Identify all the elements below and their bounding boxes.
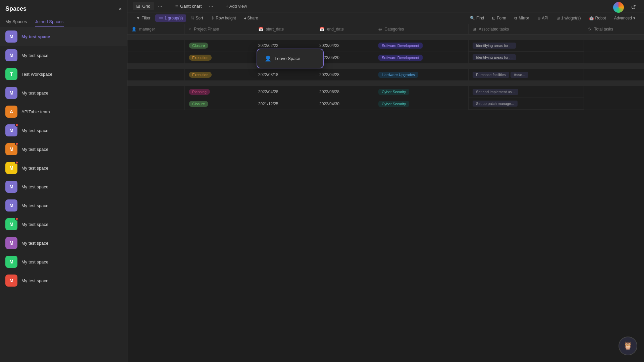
sidebar-item-10[interactable]: M My test space ⋯ — [0, 196, 127, 215]
tab-my-spaces[interactable]: My Spaces — [5, 16, 27, 27]
gantt-tab-options[interactable]: ⋯ — [208, 3, 215, 9]
space-name-label: My test space — [21, 90, 48, 96]
cell-manager — [127, 52, 185, 63]
grid-tab-options[interactable]: ⋯ — [157, 3, 164, 9]
find-button[interactable]: 🔍 Find — [467, 14, 487, 22]
sidebar-item-12[interactable]: M My test space ⋯ — [0, 234, 127, 252]
filter-button[interactable]: ▼ Filter — [133, 14, 154, 22]
col-total-tasks[interactable]: fx Total tasks — [584, 24, 644, 35]
gantt-icon: ≡ — [175, 3, 178, 9]
sort-button[interactable]: ⇅ Sort — [187, 14, 206, 22]
phase-badge: Closure — [189, 43, 208, 49]
sidebar-item-5[interactable]: A APITable team ⋯ — [0, 102, 127, 121]
sidebar-close-button[interactable]: × — [119, 6, 122, 12]
space-avatar: M — [5, 181, 17, 193]
cell-category: Software Development — [374, 52, 469, 63]
table-row[interactable]: Closure 2022/02/22 2022/04/22 Software D… — [127, 40, 644, 52]
sidebar-item-8[interactable]: M My test space ⋯ — [0, 159, 127, 177]
cell-end-date: 2022/04/28 — [315, 69, 374, 81]
sidebar-item-14[interactable]: M My test space ⋯ — [0, 271, 127, 290]
sidebar-item-3[interactable]: T Test Workspace ⋯ — [0, 65, 127, 83]
col-categories[interactable]: ◎ Categories — [374, 24, 469, 35]
space-name-label: My test space — [21, 128, 48, 133]
assoc-badge-2: Asse... — [511, 72, 529, 78]
category-badge: Hardware Upgrades — [378, 72, 418, 78]
cell-end-date: 2022/04/30 — [315, 98, 374, 110]
sidebar-item-6[interactable]: M My test space ⋯ — [0, 121, 127, 140]
widget-icon: ⊞ — [556, 16, 560, 20]
api-button[interactable]: ⊕ API — [534, 14, 552, 22]
row-height-button[interactable]: ⇕ Row height — [208, 14, 239, 22]
grid-icon: ⊞ — [136, 3, 140, 9]
col-associated-tasks[interactable]: ⊞ Associated tasks — [469, 24, 584, 35]
space-avatar: M — [5, 162, 17, 174]
space-name-label: My test space — [21, 278, 48, 283]
sidebar-title: Spaces — [5, 5, 26, 12]
category-badge: Cyber Security — [378, 89, 409, 95]
notification-badge — [15, 123, 18, 127]
space-avatar: M — [5, 199, 17, 212]
refresh-icon[interactable]: ↺ — [628, 2, 639, 13]
table-row[interactable]: Closure 2021/12/25 2022/04/30 Cyber Secu… — [127, 98, 644, 110]
table-row[interactable]: Planning 2022/04/28 2022/06/28 Cyber Sec… — [127, 86, 644, 98]
mirror-button[interactable]: ⧉ Mirror — [511, 14, 532, 22]
sidebar-item-4[interactable]: M My test space ⋯ — [0, 83, 127, 102]
phase-badge: Execution — [189, 55, 212, 61]
robot-button[interactable]: 🤖 Robot — [586, 14, 609, 22]
col-project-phase[interactable]: ○ Project Phase — [185, 24, 254, 35]
col-manager[interactable]: 👤 manager — [127, 24, 185, 35]
cell-associated-tasks: Set and implement us... — [469, 86, 584, 98]
tab-gantt[interactable]: ≡ Gantt chart — [172, 2, 205, 10]
mirror-icon: ⧉ — [514, 16, 517, 20]
col-end-date[interactable]: 📅 end_date — [315, 24, 374, 35]
cell-end-date: 2022/04/22 — [315, 40, 374, 52]
cell-phase: Closure — [185, 98, 254, 110]
cell-start-date: 2022/03/18 — [254, 69, 315, 81]
cell-associated-tasks: Identifying areas for ... — [469, 40, 584, 52]
categories-col-icon: ◎ — [378, 27, 382, 32]
cell-start-date: 2021/12/25 — [254, 98, 315, 110]
group-header-0 — [127, 35, 644, 40]
robot-assistant-button[interactable]: 🦉 — [619, 337, 637, 355]
space-avatar: M — [5, 218, 17, 230]
table-row[interactable]: Execution 2022/03/20 2022/05/20 Software… — [127, 52, 644, 63]
sidebar-item-1[interactable]: M My test space ⋯ — [0, 27, 127, 46]
share-button[interactable]: ◂ Share — [240, 14, 261, 22]
main-content: ↺ ⊞ Grid ⋯ ≡ Gantt chart ⋯ + Add view ▼ … — [127, 0, 644, 362]
notification-badge — [15, 217, 18, 221]
toolbar: ▼ Filter ≡≡ 1 group(s) ⇅ Sort ⇕ Row heig… — [127, 12, 644, 24]
sidebar-item-13[interactable]: M My test space ⋯ — [0, 252, 127, 271]
tab-gantt-label: Gantt chart — [180, 4, 202, 9]
sidebar-item-9[interactable]: M My test space ⋯ — [0, 177, 127, 196]
sidebar-item-7[interactable]: M My test space ⋯ — [0, 140, 127, 159]
add-view-button[interactable]: + Add view — [223, 2, 250, 10]
advanced-button[interactable]: Advanced ▾ — [611, 14, 639, 22]
group-header-2 — [127, 81, 644, 86]
space-name-label: My test space — [21, 259, 48, 264]
table-row[interactable]: Execution 2022/03/18 2022/04/28 Hardware… — [127, 69, 644, 81]
form-button[interactable]: ⊡ Form — [489, 14, 509, 22]
cell-phase: Execution — [185, 52, 254, 63]
cell-phase: Planning — [185, 86, 254, 98]
table-wrapper[interactable]: 👤 manager ○ Project Phase 📅 star — [127, 24, 644, 362]
cell-associated-tasks: Purchase facilities Asse... — [469, 69, 584, 81]
sidebar-item-2[interactable]: M My test space ⋯ — [0, 46, 127, 65]
tab-joined-spaces[interactable]: Joined Spaces — [35, 16, 63, 27]
assoc-badge-1: Identifying areas for ... — [473, 54, 516, 60]
cell-total-tasks — [584, 86, 644, 98]
tab-grid[interactable]: ⊞ Grid — [133, 2, 154, 10]
leave-space-icon: 👤 — [265, 55, 271, 62]
group-button[interactable]: ≡≡ 1 group(s) — [155, 14, 186, 22]
col-start-date[interactable]: 📅 start_date — [254, 24, 315, 35]
cell-phase: Execution — [185, 69, 254, 81]
assoc-badge-1: Purchase facilities — [473, 72, 509, 78]
widget-button[interactable]: ⊞ 1 widget(s) — [553, 14, 584, 22]
sidebar-item-11[interactable]: M My test space ⋯ — [0, 215, 127, 234]
form-icon: ⊡ — [492, 16, 495, 20]
user-avatar[interactable] — [613, 2, 624, 13]
robot-icon: 🤖 — [589, 16, 594, 20]
cell-end-date: 2022/05/20 — [315, 52, 374, 63]
phase-col-icon: ○ — [189, 27, 191, 32]
cell-category: Cyber Security — [374, 86, 469, 98]
leave-space-item[interactable]: 👤 Leave Space — [260, 52, 320, 65]
